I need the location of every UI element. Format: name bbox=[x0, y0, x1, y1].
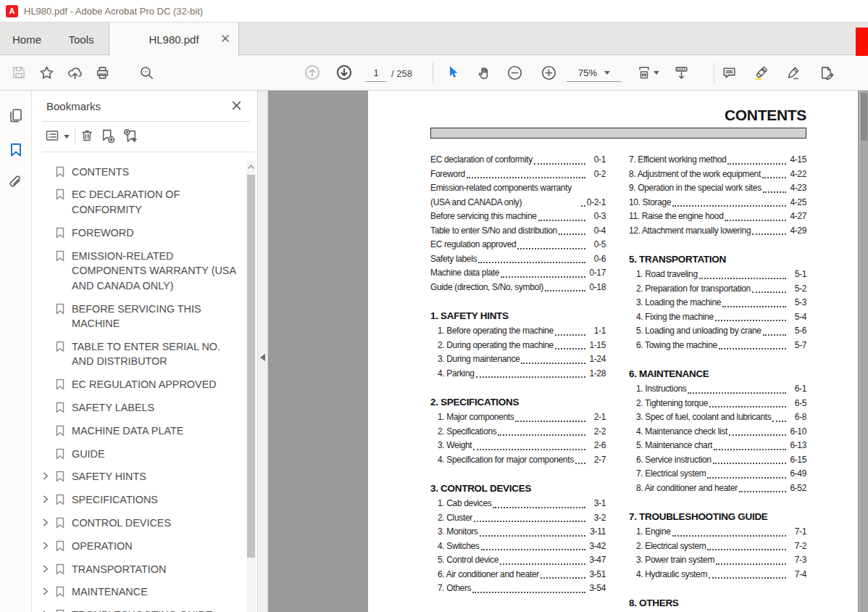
toc-leader-dots bbox=[715, 320, 786, 321]
zoom-dropdown-caret bbox=[604, 71, 610, 75]
toc-leader-dots bbox=[688, 392, 786, 394]
bookmark-item[interactable]: SAFETY HINTS bbox=[32, 466, 247, 489]
window-title: HL980.pdf - Adobe Acrobat Pro DC (32-bit… bbox=[24, 6, 203, 17]
chevron-right-icon[interactable] bbox=[42, 565, 54, 573]
toc-entry: 1. Road traveling 5-1 bbox=[636, 268, 806, 282]
fill-sign-icon[interactable] bbox=[783, 62, 803, 83]
toc-entry-page: 5-6 bbox=[788, 324, 806, 339]
toc-entry: 3. Monitors 3-11 bbox=[438, 525, 606, 539]
page-thumbnails-icon[interactable] bbox=[7, 107, 25, 125]
chevron-right-icon[interactable] bbox=[42, 518, 54, 526]
bookmarks-icon[interactable] bbox=[7, 141, 25, 159]
close-icon[interactable] bbox=[221, 34, 230, 43]
page-fit-icon[interactable] bbox=[633, 62, 662, 83]
document-scrollbar-thumb[interactable] bbox=[861, 93, 867, 141]
bookmark-item-label[interactable]: MACHINE DATA PLATE bbox=[72, 423, 183, 439]
bookmark-item-label[interactable]: EC REGULATION APPROVED bbox=[72, 377, 217, 392]
tab-home[interactable]: Home bbox=[0, 22, 54, 56]
toc-entry: 2. Specifications 2-2 bbox=[438, 425, 606, 439]
toc-entry: 6. Towing the machine 5-7 bbox=[636, 339, 806, 353]
bookmark-item-label[interactable]: SPECIFICATIONS bbox=[72, 492, 158, 508]
collapse-panel-icon[interactable] bbox=[260, 354, 265, 361]
page-up-icon[interactable] bbox=[302, 62, 322, 83]
toc-leader-dots bbox=[472, 592, 585, 593]
page-down-icon[interactable] bbox=[334, 62, 354, 83]
bookmark-item[interactable]: SAFETY LABELS bbox=[32, 396, 247, 419]
bookmark-item-label[interactable]: SAFETY HINTS bbox=[72, 469, 146, 484]
bookmark-item-label[interactable]: FOREWORD bbox=[72, 226, 134, 241]
bookmark-item-label[interactable]: TRANSPORTATION bbox=[72, 562, 166, 577]
scroll-mode-icon[interactable] bbox=[671, 62, 691, 83]
bookmark-item[interactable]: EC DECLARATION OF CONFORMITY bbox=[32, 183, 247, 221]
bookmark-item[interactable]: TROUBLESHOOTING GUIDE bbox=[32, 603, 247, 612]
chevron-right-icon[interactable] bbox=[42, 587, 54, 595]
toc-leader-dots bbox=[481, 549, 585, 550]
toc-entry-label: Table to enter S/No and distribution bbox=[430, 224, 557, 239]
scrollbar-thumb[interactable] bbox=[247, 175, 255, 558]
toc-leader-dots bbox=[716, 563, 786, 565]
zoom-in-icon[interactable] bbox=[538, 62, 559, 83]
toc-leader-dots bbox=[515, 421, 585, 422]
bookmark-item[interactable]: TABLE TO ENTER SERIAL NO. AND DISTRIBUTO… bbox=[32, 335, 247, 373]
bookmark-item-label[interactable]: TABLE TO ENTER SERIAL NO. AND DISTRIBUTO… bbox=[72, 339, 238, 369]
page-number-input[interactable] bbox=[365, 64, 387, 82]
bookmark-item[interactable]: CONTROL DEVICES bbox=[32, 511, 247, 534]
bookmark-item[interactable]: GUIDE bbox=[32, 442, 247, 466]
search-icon[interactable] bbox=[136, 62, 157, 83]
document-scrollbar[interactable] bbox=[859, 91, 868, 612]
bookmarks-scrollbar[interactable] bbox=[246, 160, 256, 612]
bookmark-item-label[interactable]: GUIDE bbox=[72, 447, 105, 462]
bookmark-item[interactable]: OPERATION bbox=[32, 534, 247, 558]
tab-tools[interactable]: Tools bbox=[54, 22, 109, 56]
highlight-icon[interactable] bbox=[751, 62, 771, 83]
scrollbar-up-icon[interactable] bbox=[246, 162, 256, 172]
delete-bookmark-icon[interactable] bbox=[80, 128, 96, 144]
favorites-star-icon[interactable] bbox=[36, 62, 57, 83]
bookmark-item[interactable]: SPECIFICATIONS bbox=[32, 489, 247, 512]
bookmark-item[interactable]: MAINTENANCE bbox=[32, 581, 247, 604]
chevron-right-icon[interactable] bbox=[42, 542, 54, 550]
bookmark-item-label[interactable]: OPERATION bbox=[72, 539, 133, 554]
bookmark-item-label[interactable]: CONTROL DEVICES bbox=[72, 516, 171, 531]
toc-leader-dots bbox=[555, 348, 585, 350]
bookmark-item[interactable]: BEFORE SERVICING THIS MACHINE bbox=[32, 297, 247, 335]
bookmark-item-label[interactable]: CONTENTS bbox=[72, 165, 129, 180]
bookmark-item[interactable]: MACHINE DATA PLATE bbox=[32, 419, 247, 442]
toc-entry-label: Machine data plate bbox=[430, 266, 499, 281]
comment-icon[interactable] bbox=[719, 62, 739, 83]
bookmark-item[interactable]: EMISSION-RELATED COMPONENTS WARRANTY (US… bbox=[32, 244, 247, 297]
select-tool-icon[interactable] bbox=[443, 62, 463, 83]
hand-tool-icon[interactable] bbox=[474, 62, 494, 83]
toc-entry: 3. Power train system 7-3 bbox=[636, 553, 806, 568]
share-cloud-icon[interactable] bbox=[64, 62, 85, 83]
bookmark-item-label[interactable]: BEFORE SERVICING THIS MACHINE bbox=[72, 302, 238, 331]
bookmark-item-label[interactable]: EMISSION-RELATED COMPONENTS WARRANTY (US… bbox=[72, 249, 238, 294]
toc-section-title: 8. OTHERS bbox=[629, 597, 806, 609]
attachments-icon[interactable] bbox=[7, 175, 25, 192]
new-bookmark-icon[interactable] bbox=[100, 128, 116, 144]
print-icon[interactable] bbox=[92, 62, 112, 83]
bookmark-item[interactable]: CONTENTS bbox=[32, 160, 247, 183]
zoom-level-dropdown[interactable]: 75% bbox=[567, 64, 622, 82]
zoom-out-icon[interactable] bbox=[504, 62, 525, 83]
bookmark-item-label[interactable]: SAFETY LABELS bbox=[72, 400, 154, 415]
bookmark-item-label[interactable]: TROUBLESHOOTING GUIDE bbox=[72, 608, 212, 612]
bookmark-item[interactable]: FOREWORD bbox=[32, 221, 247, 244]
toc-leader-dots bbox=[541, 577, 585, 579]
bookmark-item[interactable]: TRANSPORTATION bbox=[32, 558, 247, 581]
chevron-right-icon[interactable] bbox=[42, 472, 54, 480]
bookmark-item[interactable]: EC REGULATION APPROVED bbox=[32, 373, 247, 397]
toc-leader-dots bbox=[538, 220, 585, 221]
toc-section-title: 5. TRANSPORTATION bbox=[629, 253, 806, 265]
tab-document[interactable]: HL980.pdf bbox=[109, 22, 239, 57]
chevron-right-icon[interactable] bbox=[42, 495, 54, 503]
edit-page-icon[interactable] bbox=[816, 62, 836, 83]
bookmark-item-label[interactable]: MAINTENANCE bbox=[72, 584, 148, 600]
save-icon[interactable] bbox=[9, 62, 29, 83]
panel-collapse-strip[interactable] bbox=[258, 91, 268, 612]
locate-bookmark-icon[interactable] bbox=[123, 128, 139, 144]
options-icon[interactable] bbox=[45, 128, 71, 144]
toc-entry-label: 11. Raise the engine hood bbox=[629, 210, 723, 224]
close-icon[interactable] bbox=[232, 101, 241, 110]
bookmark-item-label[interactable]: EC DECLARATION OF CONFORMITY bbox=[72, 187, 238, 217]
